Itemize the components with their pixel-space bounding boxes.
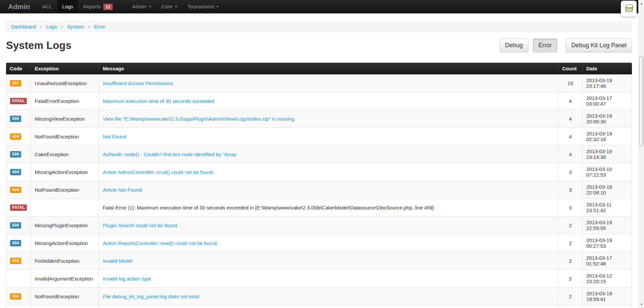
chevron-down-icon: [175, 6, 177, 7]
chevron-down-icon: [216, 6, 219, 7]
message-link[interactable]: Action ReportsController::read() could n…: [103, 240, 218, 246]
message-cell: File debug_kit_log_panel.log does not ex…: [99, 288, 558, 305]
navbar-label: Tournament: [187, 0, 214, 13]
message-link[interactable]: Action AdminController::crud() could not…: [103, 169, 214, 175]
date-cell: 2013-03-17 01:52:48: [582, 252, 632, 270]
column-header-date: Date: [582, 63, 632, 74]
exception-cell: ForbiddenException: [31, 252, 99, 270]
status-badge: 403: [10, 258, 21, 264]
breadcrumb-link-logs[interactable]: Logs: [46, 24, 57, 29]
column-header-code: Code: [6, 63, 31, 74]
navbar-brand[interactable]: Admin: [0, 0, 37, 13]
scrollbar-down-arrow-icon[interactable]: ▼: [639, 302, 644, 307]
count-cell: 4: [558, 128, 582, 145]
message-link[interactable]: Invalid log action type: [103, 276, 151, 282]
scrollbar-thumb[interactable]: [639, 56, 644, 146]
status-badge: 500: [10, 222, 21, 229]
top-navbar: Admin ACLLogsReports12AdminCoreTournamen…: [0, 0, 644, 13]
status-badge: 404: [10, 240, 21, 246]
status-badge: 500: [10, 116, 21, 122]
navbar-link-tournament[interactable]: Tournament: [182, 0, 224, 13]
date-cell: 2013-03-18 19:59:41: [582, 288, 632, 305]
message-cell: Fatal Error (1): Maximum execution time …: [99, 199, 558, 217]
message-cell: Action AdminController::crud() could not…: [99, 163, 558, 181]
message-link[interactable]: Not Found: [103, 134, 126, 139]
date-cell: 2013-03-18 20:06:30: [582, 110, 632, 128]
status-badge: 404: [10, 169, 21, 175]
status-badge: 404: [10, 293, 21, 300]
table-row: 404NotFoundExceptionFile debug_kit_log_p…: [6, 288, 632, 305]
message-cell: Article Not Found: [99, 181, 558, 199]
table-row: 403ForbiddenExceptionInvalid Model22013-…: [6, 252, 632, 270]
exception-cell: NotFoundException: [31, 288, 99, 305]
message-link[interactable]: View file "E:\Wamp\www\cake\2.3.0\app\Pl…: [103, 116, 296, 122]
navbar-link-core[interactable]: Core: [157, 0, 183, 13]
navbar-link-logs[interactable]: Logs: [57, 0, 78, 13]
message-link[interactable]: Plugin Search could not be found.: [103, 223, 178, 228]
navbar-link-reports[interactable]: Reports12: [78, 0, 118, 13]
message-link[interactable]: Article Not Found: [103, 187, 142, 193]
code-cell: 404: [6, 128, 31, 145]
exception-cell: MissingActionException: [31, 234, 99, 252]
message-cell: AclNode::node() - Couldn't find Aro node…: [99, 145, 558, 163]
message-link[interactable]: Maximum execution time of 30 seconds exc…: [103, 98, 214, 104]
column-header-message: Message: [99, 63, 558, 74]
debug-button[interactable]: Debug: [500, 39, 528, 52]
message-cell: Maximum execution time of 30 seconds exc…: [99, 92, 558, 110]
code-cell: [6, 270, 31, 288]
message-text: Fatal Error (1): Maximum execution time …: [103, 205, 434, 210]
debug-kit-toolbar-button[interactable]: [621, 1, 637, 17]
breadcrumb-link-system[interactable]: System: [67, 24, 84, 29]
scrollbar-up-arrow-icon[interactable]: ▲: [639, 1, 644, 6]
exception-cell: CakeException: [31, 145, 99, 163]
scrollbar[interactable]: ▲ ▼: [638, 0, 644, 308]
date-cell: 2013-03-19 22:08:10: [582, 181, 632, 199]
date-cell: 2013-03-11 23:51:42: [582, 199, 632, 217]
table-row: 404MissingActionExceptionAction AdminCon…: [6, 163, 632, 181]
table-row: InvalidArgumentExceptionInvalid log acti…: [6, 270, 632, 288]
breadcrumb-separator: >: [40, 24, 42, 29]
navbar-link-admin[interactable]: Admin: [127, 0, 157, 13]
code-cell: 500: [6, 145, 31, 163]
count-cell: 3: [558, 181, 582, 199]
message-link[interactable]: File debug_kit_log_panel.log does not ex…: [103, 294, 199, 299]
navbar-menu: ACLLogsReports12AdminCoreTournament: [37, 0, 224, 13]
column-header-count: Count: [558, 63, 582, 74]
navbar-link-acl[interactable]: ACL: [37, 0, 57, 13]
date-cell: 2013-03-19 23:14:30: [582, 145, 632, 163]
code-cell: 404: [6, 181, 31, 199]
count-cell: 1: [558, 305, 582, 308]
main-content: Dashboard>Logs>System>Error System Logs …: [6, 21, 632, 308]
breadcrumb: Dashboard>Logs>System>Error: [6, 21, 632, 33]
exception-cell: InvalidArgumentException: [31, 270, 99, 288]
message-link[interactable]: Insufficient Access Permissions: [103, 80, 173, 86]
count-cell: 2: [558, 234, 582, 252]
navbar-label: Logs: [62, 0, 73, 13]
page-header: System Logs DebugErrorDebug Kit Log Pane…: [6, 39, 632, 52]
exception-cell: MissingActionException: [31, 163, 99, 181]
exception-cell: MissingViewException: [31, 110, 99, 128]
date-cell: 2013-03-19 22:55:55: [582, 217, 632, 234]
code-cell: 403: [6, 252, 31, 270]
count-cell: 2: [558, 252, 582, 270]
message-cell: Action ReportsController::read() could n…: [99, 234, 558, 252]
navbar-label: Core: [162, 0, 173, 13]
navbar-label: Admin: [132, 0, 147, 13]
status-badge: FATAL: [10, 98, 27, 104]
table-row: 500MissingViewExceptionView file "E:\Wam…: [6, 110, 632, 128]
count-cell: 2: [558, 270, 582, 288]
breadcrumb-link-dashboard[interactable]: Dashboard: [11, 24, 36, 29]
debug-kit-log-panel-button[interactable]: Debug Kit Log Panel: [566, 39, 632, 52]
navbar-label: Reports: [83, 0, 101, 13]
message-cell: View file "E:\Wamp\www\cake\2.3.0\app\Pl…: [99, 110, 558, 128]
table-row: FATALFatalErrorExceptionMaximum executio…: [6, 92, 632, 110]
status-badge: 401: [10, 80, 21, 86]
message-link[interactable]: AclNode::node() - Couldn't find Aro node…: [103, 151, 236, 157]
page-title: System Logs: [6, 40, 71, 52]
error-button[interactable]: Error: [533, 39, 557, 52]
date-cell: 2013-03-12 23:20:15: [582, 270, 632, 288]
message-link[interactable]: Invalid Model: [103, 258, 132, 264]
breadcrumb-link-error[interactable]: Error: [94, 24, 105, 29]
count-cell: 2: [558, 288, 582, 305]
code-cell: 404: [6, 234, 31, 252]
